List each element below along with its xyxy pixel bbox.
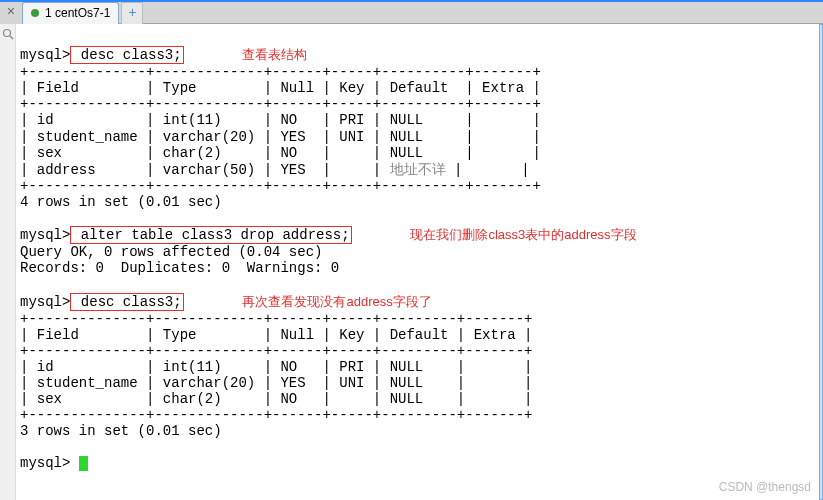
- close-icon: ×: [7, 4, 15, 20]
- table-row: | student_name | varchar(20) | YES | UNI…: [20, 375, 532, 391]
- status-dot-icon: [31, 9, 39, 17]
- window-top-accent: [0, 0, 823, 2]
- tab-label: 1 centOs7-1: [45, 6, 110, 20]
- plus-icon: +: [128, 5, 136, 21]
- mysql-prompt: mysql>: [20, 294, 70, 310]
- annotation: 查看表结构: [242, 47, 307, 62]
- result-line: Query OK, 0 rows affected (0.04 sec): [20, 244, 322, 260]
- status-line: 4 rows in set (0.01 sec): [20, 194, 222, 210]
- table-border: +--------------+-------------+------+---…: [20, 178, 541, 194]
- table-border: +--------------+-------------+------+---…: [20, 343, 532, 359]
- command-highlight: alter table class3 drop address;: [70, 226, 351, 244]
- vertical-scrollbar[interactable]: [819, 24, 823, 500]
- tab-list-close[interactable]: ×: [0, 0, 22, 24]
- mysql-prompt: mysql>: [20, 227, 70, 243]
- terminal-output[interactable]: mysql> desc class3; 查看表结构 +-------------…: [16, 24, 819, 500]
- cursor-icon: [79, 456, 88, 471]
- svg-point-0: [4, 30, 11, 37]
- table-header: | Field | Type | Null | Key | Default | …: [20, 80, 541, 96]
- result-line: Records: 0 Duplicates: 0 Warnings: 0: [20, 260, 339, 276]
- table-row: | id | int(11) | NO | PRI | NULL | |: [20, 112, 541, 128]
- table-border: +--------------+-------------+------+---…: [20, 311, 532, 327]
- left-gutter: [0, 24, 16, 500]
- annotation: 现在我们删除class3表中的address字段: [410, 227, 636, 242]
- table-row-part: | address | varchar(50) | YES | |: [20, 162, 390, 178]
- table-row: | id | int(11) | NO | PRI | NULL | |: [20, 359, 532, 375]
- table-row: | sex | char(2) | NO | | NULL | |: [20, 391, 532, 407]
- table-border: +--------------+-------------+------+---…: [20, 96, 541, 112]
- default-value: 地址不详: [390, 161, 446, 177]
- table-row: | sex | char(2) | NO | | NULL | |: [20, 145, 541, 161]
- annotation: 再次查看发现没有address字段了: [242, 294, 431, 309]
- table-header: | Field | Type | Null | Key | Default | …: [20, 327, 532, 343]
- command-highlight: desc class3;: [70, 293, 183, 311]
- svg-line-1: [10, 36, 13, 39]
- mysql-prompt: mysql>: [20, 455, 70, 471]
- table-row-part: | |: [446, 162, 530, 178]
- command-highlight: desc class3;: [70, 46, 183, 64]
- mysql-prompt: mysql>: [20, 47, 70, 63]
- table-border: +--------------+-------------+------+---…: [20, 64, 541, 80]
- search-icon[interactable]: [2, 28, 14, 40]
- table-border: +--------------+-------------+------+---…: [20, 407, 532, 423]
- status-line: 3 rows in set (0.01 sec): [20, 423, 222, 439]
- tab-bar: × 1 centOs7-1 +: [0, 0, 823, 24]
- table-row: | student_name | varchar(20) | YES | UNI…: [20, 129, 541, 145]
- watermark: CSDN @thengsd: [719, 480, 811, 494]
- tab-add-button[interactable]: +: [121, 2, 143, 24]
- tab-centos[interactable]: 1 centOs7-1: [22, 2, 119, 24]
